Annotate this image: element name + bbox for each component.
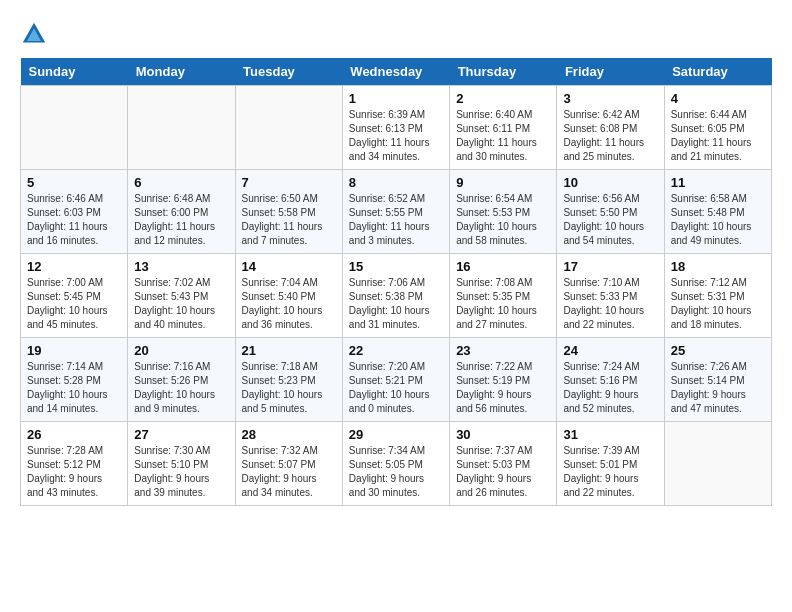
page-header <box>20 20 772 48</box>
day-info: Sunrise: 6:54 AM Sunset: 5:53 PM Dayligh… <box>456 192 550 248</box>
day-number: 27 <box>134 427 228 442</box>
day-number: 1 <box>349 91 443 106</box>
calendar-table: SundayMondayTuesdayWednesdayThursdayFrid… <box>20 58 772 506</box>
day-number: 4 <box>671 91 765 106</box>
col-header-wednesday: Wednesday <box>342 58 449 86</box>
col-header-friday: Friday <box>557 58 664 86</box>
day-info: Sunrise: 6:42 AM Sunset: 6:08 PM Dayligh… <box>563 108 657 164</box>
day-info: Sunrise: 6:52 AM Sunset: 5:55 PM Dayligh… <box>349 192 443 248</box>
calendar-cell: 6Sunrise: 6:48 AM Sunset: 6:00 PM Daylig… <box>128 170 235 254</box>
day-info: Sunrise: 7:20 AM Sunset: 5:21 PM Dayligh… <box>349 360 443 416</box>
week-row-2: 5Sunrise: 6:46 AM Sunset: 6:03 PM Daylig… <box>21 170 772 254</box>
day-number: 15 <box>349 259 443 274</box>
day-info: Sunrise: 6:56 AM Sunset: 5:50 PM Dayligh… <box>563 192 657 248</box>
day-number: 24 <box>563 343 657 358</box>
day-number: 21 <box>242 343 336 358</box>
calendar-cell <box>128 86 235 170</box>
calendar-cell: 13Sunrise: 7:02 AM Sunset: 5:43 PM Dayli… <box>128 254 235 338</box>
day-number: 6 <box>134 175 228 190</box>
day-info: Sunrise: 7:00 AM Sunset: 5:45 PM Dayligh… <box>27 276 121 332</box>
header-row: SundayMondayTuesdayWednesdayThursdayFrid… <box>21 58 772 86</box>
day-number: 30 <box>456 427 550 442</box>
day-info: Sunrise: 6:39 AM Sunset: 6:13 PM Dayligh… <box>349 108 443 164</box>
calendar-cell: 28Sunrise: 7:32 AM Sunset: 5:07 PM Dayli… <box>235 422 342 506</box>
calendar-cell: 10Sunrise: 6:56 AM Sunset: 5:50 PM Dayli… <box>557 170 664 254</box>
calendar-cell: 29Sunrise: 7:34 AM Sunset: 5:05 PM Dayli… <box>342 422 449 506</box>
calendar-cell: 21Sunrise: 7:18 AM Sunset: 5:23 PM Dayli… <box>235 338 342 422</box>
calendar-cell: 1Sunrise: 6:39 AM Sunset: 6:13 PM Daylig… <box>342 86 449 170</box>
day-number: 29 <box>349 427 443 442</box>
calendar-cell: 30Sunrise: 7:37 AM Sunset: 5:03 PM Dayli… <box>450 422 557 506</box>
calendar-cell <box>235 86 342 170</box>
calendar-cell: 14Sunrise: 7:04 AM Sunset: 5:40 PM Dayli… <box>235 254 342 338</box>
calendar-cell: 19Sunrise: 7:14 AM Sunset: 5:28 PM Dayli… <box>21 338 128 422</box>
calendar-cell: 17Sunrise: 7:10 AM Sunset: 5:33 PM Dayli… <box>557 254 664 338</box>
week-row-4: 19Sunrise: 7:14 AM Sunset: 5:28 PM Dayli… <box>21 338 772 422</box>
day-number: 28 <box>242 427 336 442</box>
calendar-cell: 25Sunrise: 7:26 AM Sunset: 5:14 PM Dayli… <box>664 338 771 422</box>
day-info: Sunrise: 7:16 AM Sunset: 5:26 PM Dayligh… <box>134 360 228 416</box>
day-number: 5 <box>27 175 121 190</box>
calendar-cell: 4Sunrise: 6:44 AM Sunset: 6:05 PM Daylig… <box>664 86 771 170</box>
day-number: 25 <box>671 343 765 358</box>
calendar-cell: 31Sunrise: 7:39 AM Sunset: 5:01 PM Dayli… <box>557 422 664 506</box>
calendar-cell: 8Sunrise: 6:52 AM Sunset: 5:55 PM Daylig… <box>342 170 449 254</box>
calendar-cell: 16Sunrise: 7:08 AM Sunset: 5:35 PM Dayli… <box>450 254 557 338</box>
calendar-cell: 7Sunrise: 6:50 AM Sunset: 5:58 PM Daylig… <box>235 170 342 254</box>
day-info: Sunrise: 7:18 AM Sunset: 5:23 PM Dayligh… <box>242 360 336 416</box>
day-info: Sunrise: 7:26 AM Sunset: 5:14 PM Dayligh… <box>671 360 765 416</box>
day-info: Sunrise: 6:46 AM Sunset: 6:03 PM Dayligh… <box>27 192 121 248</box>
day-number: 17 <box>563 259 657 274</box>
day-number: 23 <box>456 343 550 358</box>
day-number: 31 <box>563 427 657 442</box>
calendar-cell: 22Sunrise: 7:20 AM Sunset: 5:21 PM Dayli… <box>342 338 449 422</box>
day-info: Sunrise: 7:10 AM Sunset: 5:33 PM Dayligh… <box>563 276 657 332</box>
calendar-cell: 24Sunrise: 7:24 AM Sunset: 5:16 PM Dayli… <box>557 338 664 422</box>
day-number: 8 <box>349 175 443 190</box>
week-row-3: 12Sunrise: 7:00 AM Sunset: 5:45 PM Dayli… <box>21 254 772 338</box>
day-info: Sunrise: 7:08 AM Sunset: 5:35 PM Dayligh… <box>456 276 550 332</box>
day-info: Sunrise: 7:30 AM Sunset: 5:10 PM Dayligh… <box>134 444 228 500</box>
col-header-thursday: Thursday <box>450 58 557 86</box>
calendar-cell <box>664 422 771 506</box>
calendar-cell: 18Sunrise: 7:12 AM Sunset: 5:31 PM Dayli… <box>664 254 771 338</box>
day-info: Sunrise: 7:12 AM Sunset: 5:31 PM Dayligh… <box>671 276 765 332</box>
day-number: 12 <box>27 259 121 274</box>
col-header-tuesday: Tuesday <box>235 58 342 86</box>
day-info: Sunrise: 7:14 AM Sunset: 5:28 PM Dayligh… <box>27 360 121 416</box>
day-info: Sunrise: 6:48 AM Sunset: 6:00 PM Dayligh… <box>134 192 228 248</box>
week-row-5: 26Sunrise: 7:28 AM Sunset: 5:12 PM Dayli… <box>21 422 772 506</box>
day-info: Sunrise: 7:28 AM Sunset: 5:12 PM Dayligh… <box>27 444 121 500</box>
logo-icon <box>20 20 48 48</box>
calendar-cell: 3Sunrise: 6:42 AM Sunset: 6:08 PM Daylig… <box>557 86 664 170</box>
day-number: 7 <box>242 175 336 190</box>
day-info: Sunrise: 7:24 AM Sunset: 5:16 PM Dayligh… <box>563 360 657 416</box>
day-info: Sunrise: 7:22 AM Sunset: 5:19 PM Dayligh… <box>456 360 550 416</box>
day-number: 3 <box>563 91 657 106</box>
col-header-sunday: Sunday <box>21 58 128 86</box>
logo <box>20 20 52 48</box>
day-info: Sunrise: 7:39 AM Sunset: 5:01 PM Dayligh… <box>563 444 657 500</box>
day-info: Sunrise: 7:34 AM Sunset: 5:05 PM Dayligh… <box>349 444 443 500</box>
day-number: 2 <box>456 91 550 106</box>
calendar-cell: 5Sunrise: 6:46 AM Sunset: 6:03 PM Daylig… <box>21 170 128 254</box>
day-number: 10 <box>563 175 657 190</box>
calendar-cell: 12Sunrise: 7:00 AM Sunset: 5:45 PM Dayli… <box>21 254 128 338</box>
day-info: Sunrise: 6:58 AM Sunset: 5:48 PM Dayligh… <box>671 192 765 248</box>
day-info: Sunrise: 6:44 AM Sunset: 6:05 PM Dayligh… <box>671 108 765 164</box>
col-header-saturday: Saturday <box>664 58 771 86</box>
calendar-cell: 2Sunrise: 6:40 AM Sunset: 6:11 PM Daylig… <box>450 86 557 170</box>
day-number: 18 <box>671 259 765 274</box>
day-number: 16 <box>456 259 550 274</box>
day-number: 19 <box>27 343 121 358</box>
day-number: 9 <box>456 175 550 190</box>
calendar-cell: 23Sunrise: 7:22 AM Sunset: 5:19 PM Dayli… <box>450 338 557 422</box>
day-info: Sunrise: 6:50 AM Sunset: 5:58 PM Dayligh… <box>242 192 336 248</box>
calendar-cell: 27Sunrise: 7:30 AM Sunset: 5:10 PM Dayli… <box>128 422 235 506</box>
calendar-cell: 11Sunrise: 6:58 AM Sunset: 5:48 PM Dayli… <box>664 170 771 254</box>
week-row-1: 1Sunrise: 6:39 AM Sunset: 6:13 PM Daylig… <box>21 86 772 170</box>
day-number: 22 <box>349 343 443 358</box>
day-number: 14 <box>242 259 336 274</box>
day-number: 26 <box>27 427 121 442</box>
calendar-cell: 26Sunrise: 7:28 AM Sunset: 5:12 PM Dayli… <box>21 422 128 506</box>
